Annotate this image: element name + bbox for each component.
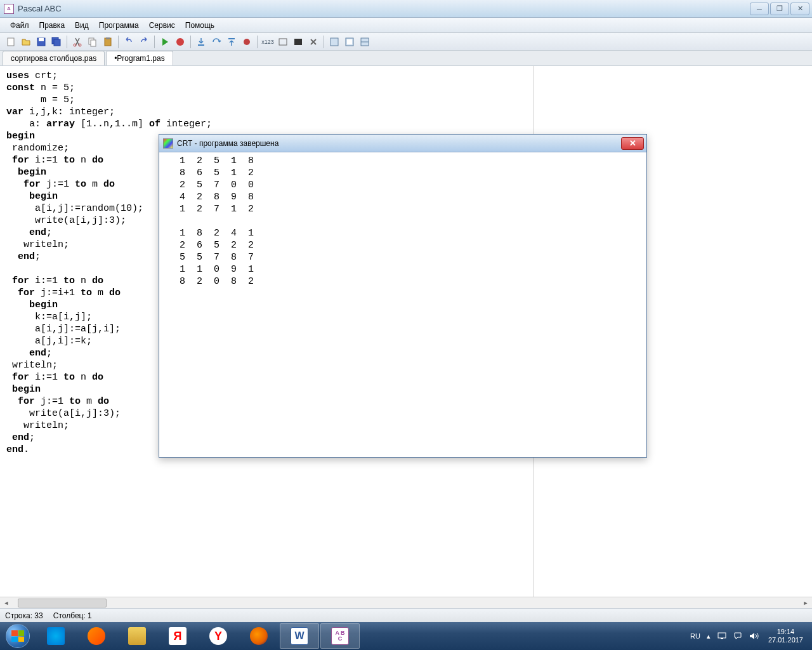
- task-pascal-abc[interactable]: A BC: [320, 623, 360, 649]
- step-into-button[interactable]: [194, 35, 208, 49]
- svg-rect-10: [106, 37, 110, 39]
- menu-file[interactable]: Файл: [5, 19, 34, 32]
- svg-rect-0: [8, 38, 14, 46]
- svg-rect-16: [294, 39, 302, 45]
- breakpoint-button[interactable]: [240, 35, 254, 49]
- svg-rect-19: [347, 39, 352, 44]
- form3-button[interactable]: [358, 35, 372, 49]
- tray-date: 27.01.2017: [768, 636, 803, 644]
- menu-service[interactable]: Сервис: [144, 19, 180, 32]
- menu-help[interactable]: Помощь: [180, 19, 219, 32]
- svg-point-14: [244, 39, 250, 45]
- crt-output: 1 2 5 1 8 8 6 5 1 2 2 5 7 0 0 4 2 8 9 8 …: [159, 152, 646, 457]
- save-button[interactable]: [34, 35, 48, 49]
- menu-edit[interactable]: Правка: [34, 19, 70, 32]
- window-title: Pascal ABC: [18, 4, 62, 13]
- tray-clock[interactable]: 19:14 27.01.2017: [762, 628, 809, 644]
- horizontal-scrollbar[interactable]: ◄ ►: [0, 597, 812, 608]
- task-yandex-browser[interactable]: Y: [199, 623, 238, 649]
- step-out-button[interactable]: [225, 35, 239, 49]
- task-skype[interactable]: [36, 623, 75, 649]
- form-button[interactable]: [327, 35, 341, 49]
- scroll-right-arrow[interactable]: ►: [801, 598, 811, 608]
- svg-rect-12: [198, 44, 204, 46]
- minimize-button[interactable]: ─: [750, 3, 769, 15]
- save-all-button[interactable]: [49, 35, 63, 49]
- crt-output-window[interactable]: CRT - программа завершена ✕ 1 2 5 1 8 8 …: [159, 134, 647, 458]
- redo-button[interactable]: [137, 35, 151, 49]
- step-over-button[interactable]: [209, 35, 223, 49]
- taskbar: Я Y W A BC RU ▴ 19:14 27.01.2017: [0, 622, 812, 650]
- tray-show-hidden-icon[interactable]: ▴: [704, 632, 714, 640]
- tab-sortirova[interactable]: сортирова столбцов.pas: [3, 51, 105, 65]
- start-button[interactable]: [0, 622, 36, 650]
- task-firefox[interactable]: [239, 623, 278, 649]
- svg-rect-23: [721, 638, 723, 639]
- output-window-button[interactable]: [276, 35, 290, 49]
- status-column: Столбец: 1: [53, 611, 92, 620]
- crt-icon: [163, 138, 173, 149]
- statusbar: Строка: 33 Столбец: 1: [0, 608, 812, 622]
- tray-time: 19:14: [768, 628, 803, 636]
- scroll-left-arrow[interactable]: ◄: [1, 598, 11, 608]
- clear-button[interactable]: [306, 35, 320, 49]
- svg-rect-4: [54, 39, 60, 46]
- tray-volume-icon[interactable]: [745, 632, 762, 640]
- crt-close-button[interactable]: ✕: [621, 137, 644, 150]
- stop-button[interactable]: [173, 35, 187, 49]
- titlebar[interactable]: A Pascal ABC ─ ❐ ✕: [0, 0, 812, 18]
- windows-orb-icon: [6, 624, 30, 648]
- toolbar: x123: [0, 33, 812, 51]
- menubar: Файл Правка Вид Программа Сервис Помощь: [0, 18, 812, 33]
- svg-rect-17: [331, 38, 338, 46]
- cut-button[interactable]: [70, 35, 84, 49]
- crt-title: CRT - программа завершена: [177, 139, 278, 148]
- svg-rect-15: [279, 39, 287, 45]
- tab-program1[interactable]: •Program1.pas: [106, 51, 173, 65]
- crt-titlebar[interactable]: CRT - программа завершена ✕: [159, 135, 646, 152]
- close-button[interactable]: ✕: [790, 3, 809, 15]
- task-yandex[interactable]: Я: [158, 623, 197, 649]
- copy-button[interactable]: [86, 35, 100, 49]
- menu-view[interactable]: Вид: [70, 19, 94, 32]
- status-line: Строка: 33: [5, 611, 43, 620]
- svg-rect-13: [228, 38, 235, 39]
- maximize-button[interactable]: ❐: [770, 3, 789, 15]
- scrollbar-thumb[interactable]: [18, 599, 107, 607]
- form2-button[interactable]: [343, 35, 357, 49]
- new-file-button[interactable]: [4, 35, 18, 49]
- console-button[interactable]: [291, 35, 305, 49]
- svg-point-11: [176, 38, 184, 46]
- system-tray: RU ▴ 19:14 27.01.2017: [687, 628, 812, 644]
- task-media-player[interactable]: [77, 623, 116, 649]
- watch-button[interactable]: x123: [261, 35, 275, 49]
- open-file-button[interactable]: [19, 35, 33, 49]
- svg-rect-22: [718, 633, 726, 638]
- menu-program[interactable]: Программа: [94, 19, 144, 32]
- svg-rect-8: [91, 40, 96, 46]
- tray-language[interactable]: RU: [687, 632, 704, 640]
- tray-action-center-icon[interactable]: [730, 632, 745, 640]
- tabbar: сортирова столбцов.pas •Program1.pas: [0, 51, 812, 66]
- paste-button[interactable]: [101, 35, 115, 49]
- run-button[interactable]: [158, 35, 172, 49]
- task-explorer[interactable]: [117, 623, 157, 649]
- undo-button[interactable]: [122, 35, 136, 49]
- task-word[interactable]: W: [280, 623, 319, 649]
- tray-network-icon[interactable]: [714, 632, 730, 640]
- svg-rect-2: [39, 38, 44, 41]
- app-icon: A: [4, 4, 14, 14]
